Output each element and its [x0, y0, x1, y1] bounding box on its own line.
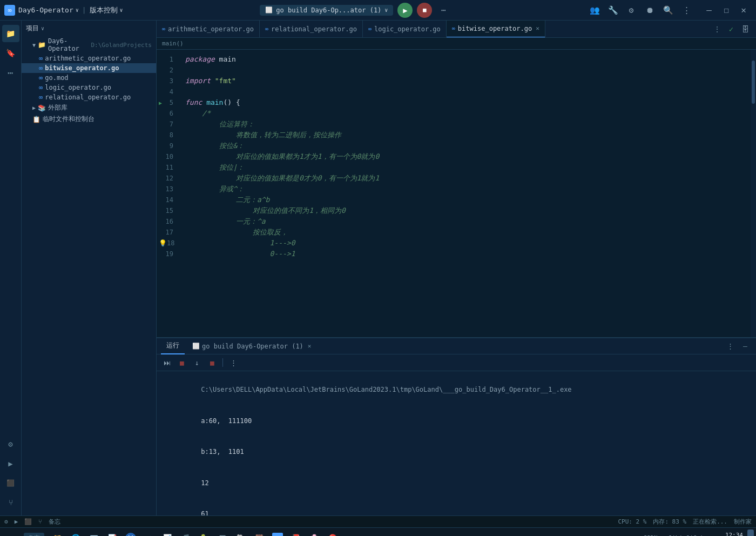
- project-selector[interactable]: Day6-Operator ∨: [18, 6, 79, 14]
- taskbar-mail[interactable]: 📧: [85, 530, 103, 537]
- windows-start-icon: ⊞: [5, 533, 16, 537]
- sidebar-item-git[interactable]: ⑂: [2, 494, 19, 511]
- tree-item-relational[interactable]: ∞ relational_operator.go: [22, 92, 156, 102]
- mail-icon: 📧: [89, 533, 99, 537]
- sidebar-item-terminal[interactable]: ⬛: [2, 474, 19, 492]
- status-git[interactable]: ⑂: [38, 518, 42, 525]
- tree-item-logic[interactable]: ∞ logic_operator.go: [22, 83, 156, 92]
- maximize-button[interactable]: ☐: [718, 2, 734, 18]
- status-todo[interactable]: 备忘: [49, 518, 60, 526]
- code-comment-12: 对应位的值如果都是0才为0，有一个为1就为1: [185, 173, 379, 184]
- rerun-button[interactable]: ⏭: [161, 357, 173, 368]
- taskbar-app5[interactable]: W: [122, 530, 139, 537]
- taskbar-windows[interactable]: ⊞: [2, 530, 19, 537]
- minimize-button[interactable]: —: [701, 2, 717, 18]
- taskbar-book[interactable]: 📕: [287, 530, 305, 537]
- code-editor[interactable]: package main import "fmt" func main () {: [181, 50, 751, 337]
- status-run[interactable]: ▶: [15, 518, 18, 525]
- term-exe-path: C:\Users\DELL\AppData\Local\JetBrains\Go…: [201, 386, 571, 393]
- taskbar-vscode[interactable]: ⚡: [140, 530, 158, 537]
- line-num-15: 15: [157, 205, 177, 216]
- taskbar-pink[interactable]: 🌸: [306, 530, 323, 537]
- status-settings[interactable]: ⚙: [4, 518, 8, 525]
- run-button[interactable]: ▶: [397, 3, 413, 18]
- bulb-icon[interactable]: 💡: [159, 238, 167, 248]
- taskbar-python[interactable]: 🐍: [195, 530, 213, 537]
- sidebar-item-settings[interactable]: ⚙: [2, 435, 19, 453]
- run-configuration[interactable]: ⬜ go build Day6-Op...ator (1) ∨: [260, 5, 393, 16]
- tree-item-external-libs[interactable]: ▶ 📚 外部库: [22, 102, 156, 113]
- more-run-options[interactable]: ⋯: [436, 3, 450, 17]
- taskbar-cmd[interactable]: 💻: [214, 530, 231, 537]
- tab-relational[interactable]: ∞ relational_operator.go: [260, 21, 363, 38]
- mod-file-icon: ∞: [39, 74, 43, 82]
- code-line-2: [185, 65, 751, 76]
- editor-area: ∞ arithmetic_operator.go ∞ relational_op…: [157, 21, 756, 515]
- run-tab-close[interactable]: ✕: [308, 343, 312, 350]
- search-icon[interactable]: 🔍: [661, 3, 675, 17]
- status-memory-text: 内存: 83 %: [653, 518, 686, 526]
- taskbar-edge[interactable]: 🌐: [67, 530, 84, 537]
- tree-item-gomod[interactable]: ∞ go.mod: [22, 73, 156, 83]
- record-icon[interactable]: ⏺: [643, 3, 657, 17]
- team-icon[interactable]: 👥: [588, 3, 602, 17]
- file-tree-dropdown: ∨: [41, 25, 44, 31]
- tabs-more-button[interactable]: ⋮: [711, 23, 724, 36]
- tab-logic[interactable]: ∞ logic_operator.go: [363, 21, 447, 38]
- sidebar-item-project[interactable]: 📁: [2, 25, 19, 42]
- tools-icon[interactable]: 🔧: [606, 3, 620, 17]
- scroll-down-button[interactable]: ↓: [191, 357, 203, 368]
- project-name: Day6-Operator: [18, 6, 73, 14]
- tree-item-bitwise[interactable]: ∞ bitwise_operator.go: [22, 63, 156, 73]
- status-memory: 内存: 83 %: [653, 518, 686, 526]
- bottom-tab-run[interactable]: 运行: [161, 338, 185, 354]
- tree-item-arithmetic[interactable]: ∞ arithmetic_operator.go: [22, 53, 156, 63]
- taskbar-notepad[interactable]: 📝: [104, 530, 121, 537]
- taskbar-right: CSDN ● Jibin9iOak 12:34 2023/xx/xx: [639, 530, 754, 537]
- clear-button[interactable]: ■: [206, 357, 218, 368]
- tab-close-bitwise[interactable]: ✕: [536, 25, 539, 32]
- breadcrumb-main[interactable]: main(): [162, 40, 184, 47]
- taskbar-excel[interactable]: 📊: [159, 530, 176, 537]
- sidebar-item-more[interactable]: ⋯: [2, 64, 19, 81]
- tree-item-scratch[interactable]: 📋 临时文件和控制台: [22, 113, 156, 125]
- bottom-minimize-btn[interactable]: —: [739, 340, 752, 353]
- sidebar-item-run[interactable]: ▶: [2, 455, 19, 472]
- editor-scrollbar[interactable]: [751, 50, 756, 337]
- run-gutter-icon[interactable]: ▶: [159, 99, 162, 107]
- stop-button[interactable]: ■: [417, 3, 432, 18]
- tab-label-arithmetic: arithmetic_operator.go: [168, 25, 254, 33]
- bottom-tab-run-config[interactable]: ⬜ go build Day6-Operator (1) ✕: [187, 338, 316, 354]
- vcs-selector[interactable]: 版本控制 ∨: [90, 5, 123, 15]
- db-icon[interactable]: 🗄: [739, 23, 752, 36]
- bottom-more-btn[interactable]: ⋮: [724, 340, 737, 353]
- scrollbar-thumb[interactable]: [752, 61, 755, 104]
- settings-icon[interactable]: ⚙: [624, 3, 638, 17]
- file-tree-header[interactable]: 项目 ∨: [22, 21, 156, 36]
- project-dropdown-icon: ∨: [76, 7, 79, 13]
- tree-file-gomod: go.mod: [45, 74, 68, 82]
- close-button[interactable]: ✕: [735, 2, 752, 18]
- more-icon[interactable]: ⋮: [679, 3, 693, 17]
- tab-arithmetic[interactable]: ∞ arithmetic_operator.go: [157, 21, 260, 38]
- status-terminal[interactable]: ⬛: [24, 518, 32, 525]
- scratch-icon: 📋: [32, 116, 40, 123]
- taskbar-media[interactable]: 🎵: [177, 530, 194, 537]
- run-config-file-icon: ⬜: [265, 6, 273, 14]
- stop-run-button[interactable]: ■: [176, 357, 188, 368]
- tab-bitwise[interactable]: ∞ bitwise_operator.go ✕: [447, 21, 545, 38]
- taskbar-search[interactable]: 备忘: [21, 530, 48, 537]
- sidebar-item-bookmark[interactable]: 🔖: [2, 44, 19, 62]
- func-main-name: main: [206, 97, 223, 108]
- taskbar-bear[interactable]: 🐻: [251, 530, 268, 537]
- bottom-tabs: 运行 ⬜ go build Day6-Operator (1) ✕ ⋮ —: [157, 338, 756, 354]
- taskbar-goland[interactable]: ∞: [269, 530, 286, 537]
- more-toolbar-btn[interactable]: ⋮: [227, 357, 239, 368]
- taskbar-db[interactable]: 🐘: [232, 530, 249, 537]
- show-desktop-btn[interactable]: [747, 530, 754, 537]
- tree-item-root[interactable]: ▼ 📁 Day6-Operator D:\GolandProjects: [22, 36, 156, 53]
- taskbar-explorer[interactable]: 📁: [49, 530, 66, 537]
- book-icon: 📕: [291, 533, 301, 537]
- taskbar-chrome[interactable]: 🔴: [324, 530, 341, 537]
- excel-icon: 📊: [162, 533, 173, 537]
